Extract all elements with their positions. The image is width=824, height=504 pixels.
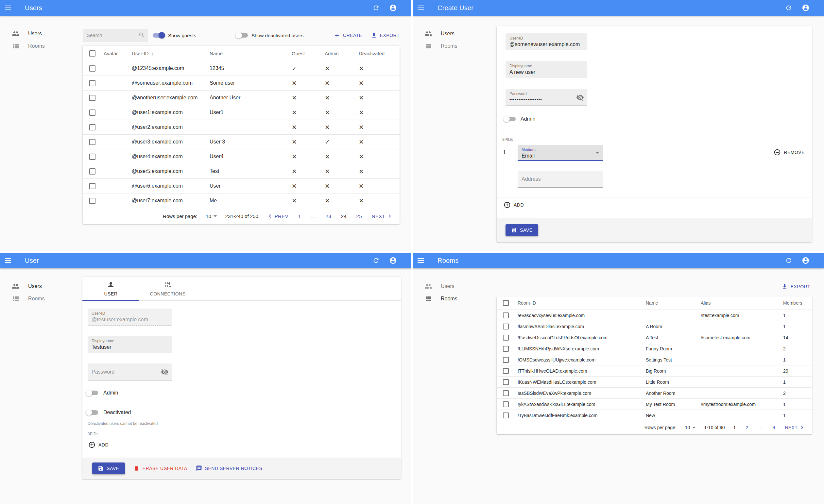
row-checkbox[interactable] [503,412,509,418]
row-checkbox[interactable] [503,368,509,374]
row-checkbox[interactable] [89,95,96,101]
sidebar-item-users[interactable]: Users [413,27,494,40]
table-row[interactable]: @user6:example.comUser✕✕✕ [83,179,400,194]
table-row[interactable]: !KuasNWEMasdHasLOs:example.comLittle Roo… [497,377,812,388]
page-current[interactable]: 1 [733,425,736,430]
medium-select[interactable]: Medium Email [518,145,603,161]
row-checkbox[interactable] [503,390,509,396]
sidebar-item-users[interactable]: Users [413,280,494,292]
admin-toggle[interactable] [503,115,516,123]
row-checkbox[interactable] [503,379,509,385]
send-server-notices-button[interactable]: SEND SERVER NOTICES [196,465,263,471]
export-button[interactable]: EXPORT [371,32,400,38]
page-link-9[interactable]: 9 [772,425,775,430]
create-button[interactable]: CREATE [334,32,362,38]
table-row[interactable]: @someuser:example.comSome user✕✕✕ [83,76,400,91]
sidebar-item-rooms[interactable]: Rooms [413,40,494,52]
refresh-icon[interactable] [783,2,795,14]
row-checkbox[interactable] [89,110,96,116]
sidebar-item-users[interactable]: Users [0,280,82,292]
row-checkbox[interactable] [89,139,96,145]
table-row[interactable]: !OMSDsdweassllUUjjwe:example.comSettings… [497,354,812,365]
sidebar-item-rooms[interactable]: Rooms [0,292,82,305]
displayname-field[interactable]: Displayname [88,336,172,353]
refresh-icon[interactable] [783,255,795,266]
account-icon[interactable] [387,2,399,14]
visibility-off-icon[interactable] [576,94,584,101]
next-button[interactable]: NEXT [785,424,805,431]
user-id-input[interactable] [506,40,587,47]
row-checkbox[interactable] [503,335,509,341]
rows-per-page-select[interactable]: 10 [685,425,696,430]
table-row[interactable]: !LLIMSSNHrhRjsdWNXsd:example.comFunny Ro… [497,343,812,354]
table-row[interactable]: @user1:example.comUser1✕✕✕ [83,105,400,120]
refresh-icon[interactable] [370,255,382,266]
password-field[interactable]: Password [506,89,587,106]
save-button[interactable]: SAVE [92,463,125,474]
row-checkbox[interactable] [89,198,96,204]
select-all-checkbox[interactable] [89,50,96,56]
row-checkbox[interactable] [503,324,509,330]
table-row[interactable]: !lasmnwASmDllasi:example.comA Room1 [497,321,812,332]
table-row[interactable]: @user5:example.comTest✕✕✕ [83,164,400,179]
visibility-off-icon[interactable] [161,368,169,376]
password-input[interactable] [88,363,172,380]
row-checkbox[interactable] [503,357,509,363]
save-button[interactable]: SAVE [506,224,538,236]
row-checkbox[interactable] [89,66,96,72]
page-link-25[interactable]: 25 [356,214,362,219]
displayname-input[interactable] [506,68,587,75]
user-id-field[interactable]: User-ID [506,33,587,50]
displayname-field[interactable]: Displayname [506,61,587,78]
displayname-input[interactable] [88,343,172,350]
show-guests-toggle[interactable] [152,32,165,39]
erase-user-data-button[interactable]: ERASE USER DATA [133,465,187,471]
row-checkbox[interactable] [89,80,96,86]
add-threepid-button[interactable]: ADD [88,441,109,449]
table-row[interactable]: @user7:example.comMe✕✕✕ [83,194,400,208]
show-deactivated-toggle[interactable] [235,32,248,39]
row-checkbox[interactable] [503,312,509,319]
row-checkbox[interactable] [89,183,96,189]
row-checkbox[interactable] [89,154,96,160]
sidebar-item-rooms[interactable]: Rooms [413,292,494,305]
table-row[interactable]: !eVasdacvxysewus:example.com#test:exampl… [497,310,812,321]
table-row[interactable]: !FasdweDssccaGLdsFRddsOl:example.comA Te… [497,332,812,343]
menu-icon[interactable] [0,0,16,16]
table-row[interactable]: @12345:example.com12345✓✕✕ [83,61,400,76]
add-threepid-button[interactable]: ADD [504,201,524,209]
row-checkbox[interactable] [89,124,96,130]
menu-icon[interactable] [413,253,428,268]
row-checkbox[interactable] [503,346,509,352]
menu-icon[interactable] [0,253,16,268]
page-link-23[interactable]: 23 [326,214,331,219]
page-link-2[interactable]: 2 [745,425,748,430]
account-icon[interactable] [800,255,812,266]
remove-threepid-button[interactable]: REMOVE [774,149,805,156]
table-row[interactable]: !TTnlslkHHweOLAD:example.comBig Room20 [497,365,812,377]
table-row[interactable]: !ykAStwxasdwsKkxGlLL:example.comMy Test … [497,399,812,410]
prev-button[interactable]: PREV [267,213,288,219]
account-icon[interactable] [387,255,399,266]
page-current[interactable]: 24 [341,214,346,219]
page-link-1[interactable]: 1 [298,214,301,219]
deactivated-toggle[interactable] [86,409,99,416]
export-button[interactable]: EXPORT [782,283,810,289]
password-input[interactable] [506,96,587,102]
refresh-icon[interactable] [370,2,382,14]
account-icon[interactable] [800,2,812,14]
tab-connections[interactable]: CONNECTIONS [139,277,196,300]
admin-toggle[interactable] [86,389,99,396]
sidebar-item-users[interactable]: Users [0,27,82,40]
address-input[interactable] [518,170,603,187]
select-all-checkbox[interactable] [503,300,509,306]
menu-icon[interactable] [413,0,428,16]
tab-user[interactable]: USER [82,277,139,300]
table-row[interactable]: !TyBasDmweIJdfFaeBmk:example.comNew1 [497,410,812,421]
row-checkbox[interactable] [89,168,96,174]
row-checkbox[interactable] [503,401,509,407]
col-user-id[interactable]: User-ID↑ [129,46,207,61]
sidebar-item-rooms[interactable]: Rooms [0,40,82,52]
table-row[interactable]: @user2:example.com✕✕✕ [83,120,400,135]
table-row[interactable]: @anotheruser:example.comAnother User✕✕✕ [83,91,400,105]
